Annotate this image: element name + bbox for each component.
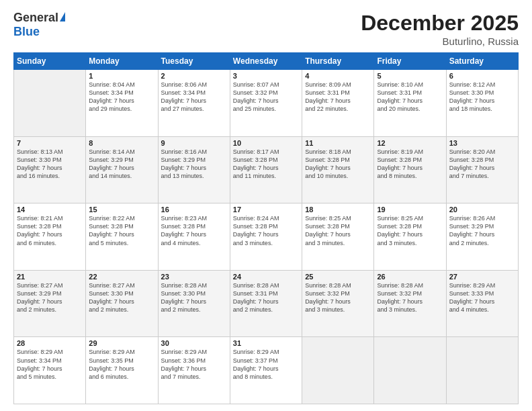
day-number: 18 — [305, 205, 371, 214]
day-info: Sunrise: 8:27 AM Sunset: 3:30 PM Dayligh… — [89, 281, 154, 314]
calendar-day-cell: 16Sunrise: 8:23 AM Sunset: 3:28 PM Dayli… — [158, 203, 230, 271]
day-info: Sunrise: 8:21 AM Sunset: 3:28 PM Dayligh… — [17, 214, 83, 247]
calendar-day-cell: 12Sunrise: 8:19 AM Sunset: 3:28 PM Dayli… — [374, 136, 446, 203]
day-info: Sunrise: 8:06 AM Sunset: 3:34 PM Dayligh… — [161, 81, 227, 113]
day-info: Sunrise: 8:29 AM Sunset: 3:35 PM Dayligh… — [89, 348, 154, 381]
calendar-day-cell: 21Sunrise: 8:27 AM Sunset: 3:29 PM Dayli… — [14, 270, 86, 337]
calendar-day-cell: 3Sunrise: 8:07 AM Sunset: 3:32 PM Daylig… — [230, 70, 302, 137]
calendar-table: SundayMondayTuesdayWednesdayThursdayFrid… — [13, 52, 519, 404]
calendar-header-cell: Thursday — [302, 53, 374, 70]
day-number: 22 — [89, 273, 154, 281]
day-info: Sunrise: 8:25 AM Sunset: 3:28 PM Dayligh… — [305, 214, 371, 247]
day-number: 5 — [377, 72, 443, 80]
day-info: Sunrise: 8:12 AM Sunset: 3:30 PM Dayligh… — [449, 81, 515, 113]
calendar-day-cell: 7Sunrise: 8:13 AM Sunset: 3:30 PM Daylig… — [14, 136, 86, 203]
calendar-header-cell: Saturday — [446, 53, 518, 70]
calendar-header-cell: Tuesday — [158, 53, 230, 70]
day-info: Sunrise: 8:07 AM Sunset: 3:32 PM Dayligh… — [233, 81, 299, 113]
day-number: 25 — [305, 273, 371, 281]
calendar-day-cell: 18Sunrise: 8:25 AM Sunset: 3:28 PM Dayli… — [302, 203, 374, 271]
day-number: 9 — [161, 139, 227, 147]
day-info: Sunrise: 8:28 AM Sunset: 3:32 PM Dayligh… — [377, 281, 443, 314]
logo-blue-text: Blue — [13, 25, 40, 39]
day-number: 17 — [233, 205, 299, 214]
day-info: Sunrise: 8:29 AM Sunset: 3:36 PM Dayligh… — [161, 348, 227, 381]
calendar-week-row: 28Sunrise: 8:29 AM Sunset: 3:34 PM Dayli… — [14, 337, 519, 404]
day-info: Sunrise: 8:04 AM Sunset: 3:34 PM Dayligh… — [89, 81, 154, 113]
day-info: Sunrise: 8:17 AM Sunset: 3:28 PM Dayligh… — [233, 148, 299, 181]
calendar-day-cell: 8Sunrise: 8:14 AM Sunset: 3:29 PM Daylig… — [86, 136, 158, 203]
calendar-day-cell: 10Sunrise: 8:17 AM Sunset: 3:28 PM Dayli… — [230, 136, 302, 203]
day-number: 21 — [17, 273, 83, 281]
day-info: Sunrise: 8:26 AM Sunset: 3:29 PM Dayligh… — [449, 214, 515, 247]
calendar-day-cell: 24Sunrise: 8:28 AM Sunset: 3:31 PM Dayli… — [230, 270, 302, 337]
calendar-day-cell: 22Sunrise: 8:27 AM Sunset: 3:30 PM Dayli… — [86, 270, 158, 337]
day-info: Sunrise: 8:24 AM Sunset: 3:28 PM Dayligh… — [233, 214, 299, 247]
subtitle: Buturlino, Russia — [361, 36, 519, 47]
calendar-week-row: 1Sunrise: 8:04 AM Sunset: 3:34 PM Daylig… — [14, 70, 519, 137]
day-number: 20 — [449, 205, 515, 214]
day-info: Sunrise: 8:25 AM Sunset: 3:28 PM Dayligh… — [377, 214, 443, 247]
day-number: 2 — [161, 72, 227, 80]
calendar-day-cell — [446, 337, 518, 404]
day-number: 24 — [233, 273, 299, 281]
logo-general-text: General — [13, 11, 58, 25]
day-info: Sunrise: 8:19 AM Sunset: 3:28 PM Dayligh… — [377, 148, 443, 181]
calendar-day-cell: 27Sunrise: 8:29 AM Sunset: 3:33 PM Dayli… — [446, 270, 518, 337]
day-number: 30 — [161, 339, 227, 347]
calendar-header-cell: Monday — [86, 53, 158, 70]
calendar-day-cell: 26Sunrise: 8:28 AM Sunset: 3:32 PM Dayli… — [374, 270, 446, 337]
calendar-day-cell: 19Sunrise: 8:25 AM Sunset: 3:28 PM Dayli… — [374, 203, 446, 271]
calendar-week-row: 14Sunrise: 8:21 AM Sunset: 3:28 PM Dayli… — [14, 203, 519, 271]
calendar-day-cell: 25Sunrise: 8:28 AM Sunset: 3:32 PM Dayli… — [302, 270, 374, 337]
day-number: 29 — [89, 339, 154, 347]
day-number: 11 — [305, 139, 371, 147]
day-info: Sunrise: 8:09 AM Sunset: 3:31 PM Dayligh… — [305, 81, 371, 113]
day-number: 31 — [233, 339, 299, 347]
calendar-day-cell: 20Sunrise: 8:26 AM Sunset: 3:29 PM Dayli… — [446, 203, 518, 271]
day-number: 13 — [449, 139, 515, 147]
calendar-week-row: 21Sunrise: 8:27 AM Sunset: 3:29 PM Dayli… — [14, 270, 519, 337]
calendar-week-row: 7Sunrise: 8:13 AM Sunset: 3:30 PM Daylig… — [14, 136, 519, 203]
day-info: Sunrise: 8:18 AM Sunset: 3:28 PM Dayligh… — [305, 148, 371, 181]
day-number: 12 — [377, 139, 443, 147]
day-info: Sunrise: 8:29 AM Sunset: 3:34 PM Dayligh… — [17, 348, 83, 381]
day-number: 6 — [449, 72, 515, 80]
day-info: Sunrise: 8:29 AM Sunset: 3:33 PM Dayligh… — [449, 281, 515, 314]
calendar-day-cell: 15Sunrise: 8:22 AM Sunset: 3:28 PM Dayli… — [86, 203, 158, 271]
calendar-day-cell: 14Sunrise: 8:21 AM Sunset: 3:28 PM Dayli… — [14, 203, 86, 271]
day-info: Sunrise: 8:23 AM Sunset: 3:28 PM Dayligh… — [161, 214, 227, 247]
calendar-day-cell: 17Sunrise: 8:24 AM Sunset: 3:28 PM Dayli… — [230, 203, 302, 271]
day-number: 26 — [377, 273, 443, 281]
day-number: 15 — [89, 205, 154, 214]
day-info: Sunrise: 8:27 AM Sunset: 3:29 PM Dayligh… — [17, 281, 83, 314]
calendar-day-cell: 5Sunrise: 8:10 AM Sunset: 3:31 PM Daylig… — [374, 70, 446, 137]
calendar-day-cell: 2Sunrise: 8:06 AM Sunset: 3:34 PM Daylig… — [158, 70, 230, 137]
calendar-day-cell: 6Sunrise: 8:12 AM Sunset: 3:30 PM Daylig… — [446, 70, 518, 137]
calendar-day-cell: 1Sunrise: 8:04 AM Sunset: 3:34 PM Daylig… — [86, 70, 158, 137]
day-number: 27 — [449, 273, 515, 281]
calendar-day-cell — [374, 337, 446, 404]
page: General Blue December 2025 Buturlino, Ru… — [0, 0, 532, 411]
calendar-header-cell: Friday — [374, 53, 446, 70]
calendar-day-cell — [302, 337, 374, 404]
day-info: Sunrise: 8:28 AM Sunset: 3:30 PM Dayligh… — [161, 281, 227, 314]
calendar-day-cell: 31Sunrise: 8:29 AM Sunset: 3:37 PM Dayli… — [230, 337, 302, 404]
day-info: Sunrise: 8:10 AM Sunset: 3:31 PM Dayligh… — [377, 81, 443, 113]
day-number: 16 — [161, 205, 227, 214]
day-info: Sunrise: 8:13 AM Sunset: 3:30 PM Dayligh… — [17, 148, 83, 181]
day-number: 10 — [233, 139, 299, 147]
day-number: 3 — [233, 72, 299, 80]
calendar-day-cell: 28Sunrise: 8:29 AM Sunset: 3:34 PM Dayli… — [14, 337, 86, 404]
logo: General Blue — [13, 11, 65, 39]
day-number: 19 — [377, 205, 443, 214]
calendar-day-cell: 13Sunrise: 8:20 AM Sunset: 3:28 PM Dayli… — [446, 136, 518, 203]
calendar-day-cell — [14, 70, 86, 137]
calendar-day-cell: 4Sunrise: 8:09 AM Sunset: 3:31 PM Daylig… — [302, 70, 374, 137]
calendar-header-row: SundayMondayTuesdayWednesdayThursdayFrid… — [14, 53, 519, 70]
title-block: December 2025 Buturlino, Russia — [361, 11, 519, 47]
day-info: Sunrise: 8:14 AM Sunset: 3:29 PM Dayligh… — [89, 148, 154, 181]
day-number: 23 — [161, 273, 227, 281]
header: General Blue December 2025 Buturlino, Ru… — [13, 11, 519, 47]
day-info: Sunrise: 8:28 AM Sunset: 3:32 PM Dayligh… — [305, 281, 371, 314]
